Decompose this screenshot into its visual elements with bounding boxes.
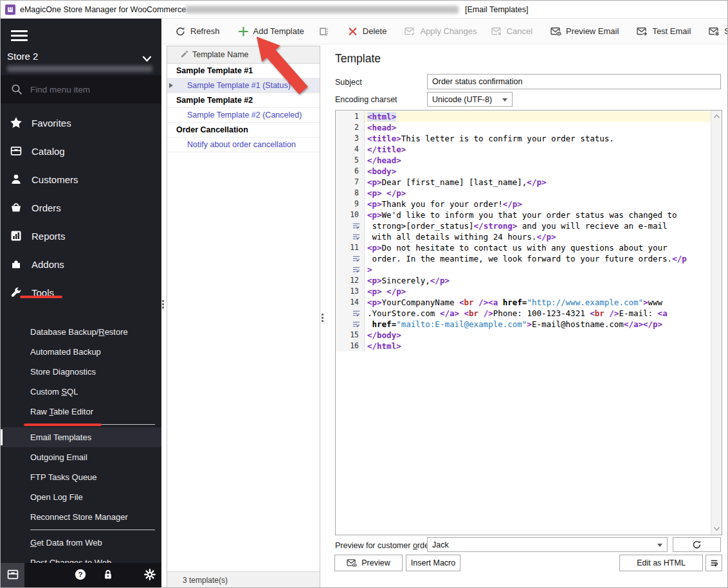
sidebar-item-customers[interactable]: Customers bbox=[1, 165, 161, 193]
line-number: 6 bbox=[336, 166, 365, 177]
sidebar-item-tools[interactable]: Tools bbox=[1, 278, 161, 307]
preview-email-button[interactable]: Preview Email bbox=[543, 21, 626, 42]
line-number: 11 bbox=[336, 242, 365, 253]
template-row-sample-template-2[interactable]: Sample Template #2 bbox=[167, 93, 320, 108]
submenu-item-open-log-file[interactable]: Open Log File bbox=[1, 487, 161, 507]
editor-scrollbar[interactable] bbox=[711, 111, 722, 535]
preview-order-value: Jack bbox=[432, 540, 449, 549]
footer-lock-button[interactable] bbox=[96, 563, 120, 588]
scroll-up-icon[interactable] bbox=[711, 111, 722, 121]
line-number: 7 bbox=[336, 177, 365, 188]
test-email-button[interactable]: Test Email bbox=[630, 21, 698, 42]
line-number: 9 bbox=[336, 199, 365, 209]
template-list-header[interactable]: Template Name bbox=[167, 46, 320, 64]
delete-button[interactable]: Delete bbox=[340, 21, 394, 42]
sidebar-item-label: Addons bbox=[32, 259, 64, 270]
preview-order-select[interactable]: Jack bbox=[427, 537, 668, 552]
submenu-item-label: Outgoing Email bbox=[30, 452, 87, 462]
duplicate-button[interactable] bbox=[311, 21, 336, 42]
template-row-sample-template-2-canceled[interactable]: Sample Template #2 (Canceled) bbox=[167, 108, 320, 123]
template-row-sample-template-1-status[interactable]: Sample Template #1 (Status) bbox=[167, 78, 320, 93]
edit-as-html-button[interactable]: Edit as HTML bbox=[619, 555, 703, 571]
sidebar-item-label: Orders bbox=[32, 202, 61, 213]
redacted-title-text bbox=[185, 6, 459, 13]
toolbar-button-label: Preview Email bbox=[566, 26, 619, 36]
chevron-down-icon[interactable] bbox=[142, 54, 152, 62]
show-email-settings-button[interactable]: Show Email Settings bbox=[702, 21, 728, 42]
code-line-content: </head> bbox=[365, 155, 711, 166]
submenu-item-database-backup-restore[interactable]: Database Backup/Restore bbox=[1, 322, 161, 342]
line-number: 12 bbox=[336, 275, 365, 286]
sidebar-item-addons[interactable]: Addons bbox=[1, 250, 161, 278]
chevron-down-icon bbox=[502, 98, 507, 102]
edit-as-html-label: Edit as HTML bbox=[637, 558, 686, 567]
addons-icon bbox=[10, 258, 23, 271]
code-line: > bbox=[336, 264, 711, 275]
sidebar-item-reports[interactable]: Reports bbox=[1, 222, 161, 250]
submenu-item-email-templates[interactable]: Email Templates bbox=[1, 427, 161, 447]
app-window: eMagicOne Store Manager for WooCommerce … bbox=[0, 0, 728, 588]
footer-gear-button[interactable] bbox=[138, 563, 161, 588]
code-line-content: with all details withing 24 hours.</p> bbox=[365, 231, 711, 242]
mail-check-icon bbox=[405, 26, 415, 37]
template-row-order-cancellation[interactable]: Order Cancellation bbox=[167, 123, 320, 138]
sidebar-footer: ? bbox=[1, 563, 161, 588]
refresh-icon bbox=[175, 26, 186, 37]
code-line: 16</html> bbox=[336, 341, 711, 352]
submenu-item-custom-sql[interactable]: Custom SQL bbox=[1, 382, 161, 402]
orders-icon bbox=[10, 201, 23, 214]
line-number: 15 bbox=[336, 330, 365, 341]
code-line: href="mailto:E-mail@example.com">E-mail@… bbox=[336, 319, 711, 330]
line-number: 4 bbox=[336, 144, 365, 155]
submenu-item-label: Get Data from Web bbox=[30, 538, 102, 548]
template-section-title: Template bbox=[335, 52, 381, 66]
sidebar-item-orders[interactable]: Orders bbox=[1, 193, 161, 222]
submenu-item-get-data-from-web[interactable]: Get Data from Web bbox=[1, 533, 161, 553]
code-editor[interactable]: 1<html>2<head>3<title>This letter is to … bbox=[335, 110, 722, 535]
subject-input[interactable] bbox=[427, 74, 721, 89]
add-template-button[interactable]: Add Template bbox=[231, 21, 311, 42]
code-line-content: </html> bbox=[365, 341, 711, 352]
splitter-handle[interactable] bbox=[162, 300, 165, 310]
code-line-content: <body> bbox=[365, 166, 711, 177]
code-line-content: <p>Thank you for your order!</p> bbox=[365, 199, 711, 209]
template-row-notify-about-order-cancellation[interactable]: Notify about order cancellation bbox=[167, 138, 320, 152]
chevron-down-icon bbox=[657, 544, 662, 547]
template-row-sample-template-1[interactable]: Sample Template #1 bbox=[167, 64, 320, 78]
submenu-item-reconnect-store-manager[interactable]: Reconnect Store Manager bbox=[1, 507, 161, 527]
submenu-item-outgoing-email[interactable]: Outgoing Email bbox=[1, 447, 161, 467]
search-placeholder: Find menu item bbox=[30, 85, 90, 94]
code-line: 15</body> bbox=[336, 330, 711, 341]
template-row-label: Sample Template #2 (Canceled) bbox=[187, 111, 302, 120]
splitter-handle[interactable] bbox=[322, 314, 324, 323]
sidebar-item-favorites[interactable]: Favorites bbox=[1, 109, 161, 137]
current-row-indicator-icon bbox=[169, 83, 173, 88]
code-line-content: <p>Sincerely,</p> bbox=[365, 275, 711, 286]
word-wrap-toggle-button[interactable] bbox=[705, 555, 722, 571]
code-line-content: <head> bbox=[365, 122, 711, 133]
insert-macro-button[interactable]: Insert Macro bbox=[406, 555, 460, 571]
template-row-label: Order Cancellation bbox=[176, 125, 248, 134]
apply-changes-button[interactable]: Apply Changes bbox=[397, 21, 484, 42]
code-line: 1<html> bbox=[336, 111, 711, 122]
submenu-item-ftp-tasks-queue[interactable]: FTP Tasks Queue bbox=[1, 467, 161, 487]
menu-icon[interactable] bbox=[11, 30, 28, 41]
archive-icon bbox=[6, 568, 19, 584]
code-line: 5</head> bbox=[336, 155, 711, 166]
submenu-item-store-diagnostics[interactable]: Store Diagnostics bbox=[1, 362, 161, 382]
footer-help-button[interactable]: ? bbox=[68, 563, 92, 588]
refresh-preview-button[interactable] bbox=[673, 537, 721, 552]
charset-select[interactable]: Unicode (UTF-8) bbox=[427, 92, 513, 107]
submenu-item-raw-table-editor[interactable]: Raw Table Editor bbox=[1, 402, 161, 422]
help-icon: ? bbox=[74, 568, 87, 584]
sidebar-item-catalog[interactable]: Catalog bbox=[1, 137, 161, 165]
scroll-down-icon[interactable] bbox=[711, 524, 722, 534]
refresh-button[interactable]: Refresh bbox=[168, 21, 227, 42]
preview-button[interactable]: Preview bbox=[334, 555, 403, 571]
store-selector[interactable]: Store 2 bbox=[7, 51, 38, 62]
code-line: 8<p> </p> bbox=[336, 188, 711, 199]
footer-archive-button[interactable] bbox=[1, 563, 24, 588]
cancel-button[interactable]: Cancel bbox=[484, 21, 540, 42]
sidebar-search[interactable]: Find menu item bbox=[1, 75, 161, 103]
submenu-item-automated-backup[interactable]: Automated Backup bbox=[1, 342, 161, 362]
